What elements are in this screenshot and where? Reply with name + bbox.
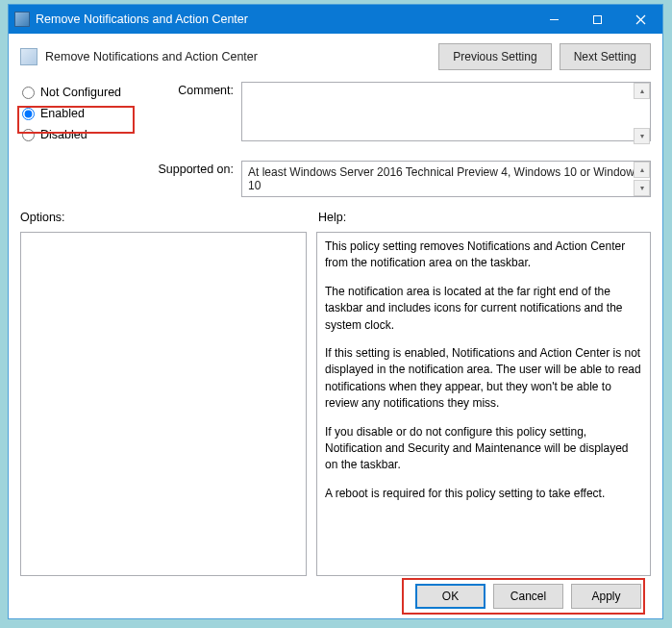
help-label: Help:	[318, 211, 651, 224]
help-paragraph: If this setting is enabled, Notification…	[325, 345, 642, 413]
close-button[interactable]	[619, 5, 662, 34]
minimize-button[interactable]	[533, 5, 576, 34]
help-paragraph: A reboot is required for this policy set…	[325, 486, 642, 502]
radio-not-configured-input[interactable]	[22, 87, 35, 99]
radio-disabled[interactable]: Disabled	[20, 124, 155, 145]
radio-disabled-label: Disabled	[40, 128, 87, 141]
radio-disabled-input[interactable]	[22, 129, 35, 141]
options-panel	[20, 232, 307, 576]
ok-button[interactable]: OK	[415, 584, 485, 609]
help-panel: This policy setting removes Notification…	[316, 232, 651, 576]
window-title: Remove Notifications and Action Center	[36, 13, 533, 26]
scroll-up-icon[interactable]: ▴	[634, 83, 650, 99]
help-paragraph: The notification area is located at the …	[325, 284, 642, 334]
help-paragraph: This policy setting removes Notification…	[325, 239, 642, 272]
scroll-down-icon[interactable]: ▾	[634, 180, 650, 196]
radio-enabled-input[interactable]	[22, 108, 35, 120]
comment-label: Comment:	[155, 82, 241, 145]
radio-enabled-label: Enabled	[40, 107, 85, 120]
policy-title: Remove Notifications and Action Center	[45, 50, 431, 63]
next-setting-button[interactable]: Next Setting	[560, 43, 651, 70]
supported-on-label: Supported on:	[155, 161, 241, 197]
supported-on-value: At least Windows Server 2016 Technical P…	[241, 161, 651, 197]
policy-dialog-window: Remove Notifications and Action Center R…	[8, 4, 663, 619]
scroll-down-icon[interactable]: ▾	[634, 128, 650, 144]
cancel-button[interactable]: Cancel	[493, 584, 563, 609]
window-controls	[533, 5, 662, 34]
titlebar[interactable]: Remove Notifications and Action Center	[9, 5, 662, 34]
comment-textarea[interactable]	[241, 82, 651, 141]
radio-not-configured[interactable]: Not Configured	[20, 82, 155, 103]
policy-icon	[20, 48, 37, 65]
svg-rect-1	[594, 15, 602, 23]
radio-not-configured-label: Not Configured	[40, 86, 121, 99]
app-icon	[14, 12, 30, 27]
state-radio-group: Not Configured Enabled Disabled	[20, 82, 155, 145]
options-label: Options:	[20, 211, 318, 224]
radio-enabled[interactable]: Enabled	[20, 103, 155, 124]
apply-button[interactable]: Apply	[571, 584, 641, 609]
maximize-button[interactable]	[576, 5, 619, 34]
previous-setting-button[interactable]: Previous Setting	[438, 43, 551, 70]
help-paragraph: If you disable or do not configure this …	[325, 424, 642, 474]
scroll-up-icon[interactable]: ▴	[634, 162, 650, 178]
